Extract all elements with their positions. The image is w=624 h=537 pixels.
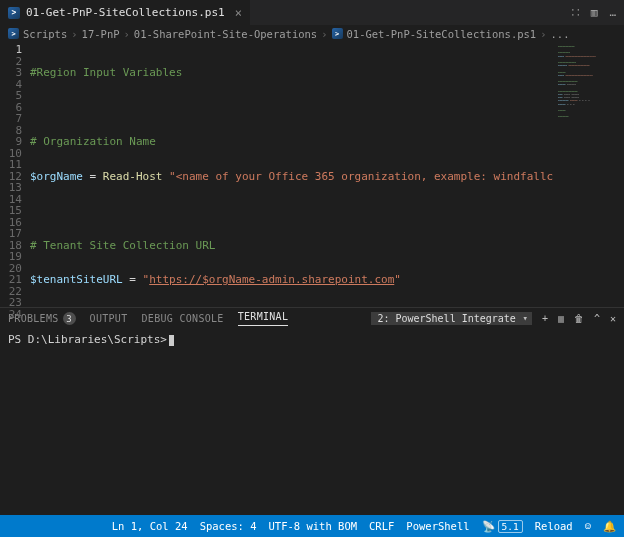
code-area[interactable]: #Region Input Variables # Organization N…	[30, 42, 554, 307]
new-terminal-icon[interactable]: +	[542, 313, 548, 324]
terminal[interactable]: PS D:\Libraries\Scripts>	[0, 329, 624, 515]
editor-tabbar: > 01-Get-PnP-SiteCollections.ps1 × ⸬ ▥ …	[0, 0, 624, 25]
status-lncol[interactable]: Ln 1, Col 24	[112, 520, 188, 532]
split-terminal-icon[interactable]: ▥	[558, 313, 564, 324]
tab-title: 01-Get-PnP-SiteCollections.ps1	[26, 6, 225, 19]
tab-debug-console[interactable]: DEBUG CONSOLE	[142, 313, 224, 324]
tab-output[interactable]: OUTPUT	[90, 313, 128, 324]
broadcast-icon: 📡	[482, 520, 495, 533]
powershell-file-icon: >	[8, 7, 20, 19]
status-extension[interactable]: 📡5.1	[482, 520, 523, 533]
status-reload[interactable]: Reload	[535, 520, 573, 532]
tab-terminal[interactable]: TERMINAL	[238, 311, 289, 326]
breadcrumb-item[interactable]: ...	[551, 28, 570, 40]
minimap[interactable]: ▬▬▬▬▬▬▬▬▬▬▬ ▬▬▬▬▬▬▬▬ ▬▬▬▬ ▬▬▬▬▬▬▬▬▬▬▬▬▬▬…	[554, 42, 624, 307]
breadcrumb-item[interactable]: 17-PnP	[82, 28, 120, 40]
status-language[interactable]: PowerShell	[406, 520, 469, 532]
kill-terminal-icon[interactable]: 🗑	[574, 313, 584, 324]
close-icon[interactable]: ×	[235, 6, 242, 20]
more-actions-icon[interactable]: …	[609, 6, 616, 19]
notifications-icon[interactable]: 🔔	[603, 520, 616, 533]
status-eol[interactable]: CRLF	[369, 520, 394, 532]
terminal-cursor	[169, 335, 174, 346]
terminal-prompt: PS D:\Libraries\Scripts>	[8, 333, 167, 346]
status-encoding[interactable]: UTF-8 with BOM	[269, 520, 358, 532]
breadcrumb[interactable]: > Scripts› 17-PnP› 01-SharePoint-Site-Op…	[0, 25, 624, 42]
split-editor-icon[interactable]: ⸬	[572, 6, 579, 19]
panel-tabs: PROBLEMS3 OUTPUT DEBUG CONSOLE TERMINAL …	[0, 307, 624, 329]
file-tab[interactable]: > 01-Get-PnP-SiteCollections.ps1 ×	[0, 0, 250, 25]
close-panel-icon[interactable]: ✕	[610, 313, 616, 324]
terminal-select[interactable]: 2: PowerShell Integrate	[371, 312, 531, 325]
powershell-file-icon: >	[332, 28, 343, 39]
breadcrumb-item[interactable]: 01-Get-PnP-SiteCollections.ps1	[347, 28, 537, 40]
maximize-panel-icon[interactable]: ^	[594, 313, 600, 324]
breadcrumb-item[interactable]: Scripts	[23, 28, 67, 40]
powershell-file-icon: >	[8, 28, 19, 39]
status-bar: Ln 1, Col 24 Spaces: 4 UTF-8 with BOM CR…	[0, 515, 624, 537]
problems-count-badge: 3	[63, 312, 76, 325]
toggle-layout-icon[interactable]: ▥	[591, 6, 598, 19]
status-spaces[interactable]: Spaces: 4	[200, 520, 257, 532]
line-number-gutter: 123456789101112131415161718192021222324	[0, 42, 30, 307]
breadcrumb-item[interactable]: 01-SharePoint-Site-Operations	[134, 28, 317, 40]
tabbar-actions: ⸬ ▥ …	[572, 6, 624, 19]
code-editor[interactable]: 123456789101112131415161718192021222324 …	[0, 42, 624, 307]
feedback-icon[interactable]: ☺	[585, 520, 591, 532]
